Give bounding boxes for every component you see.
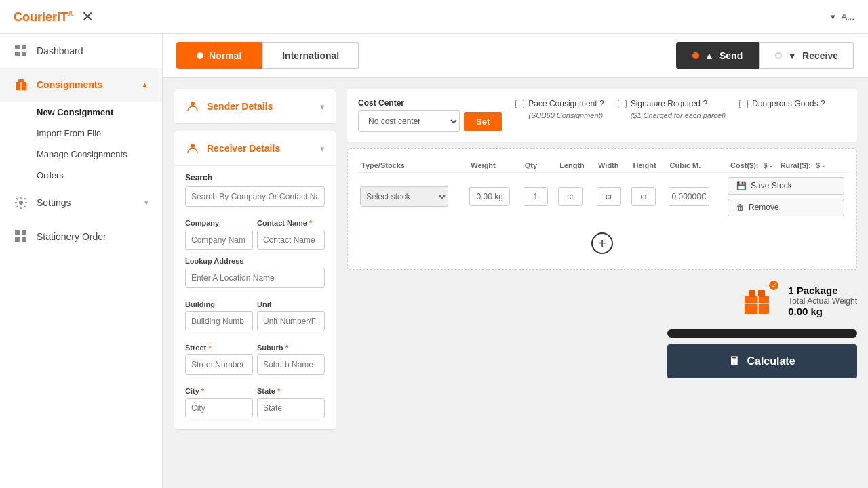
arrow-down-icon: ▼ — [787, 50, 797, 61]
save-icon: 💾 — [736, 181, 747, 190]
street-suburb-row: Street * Suburb * — [185, 337, 325, 375]
company-label: Company — [185, 219, 253, 227]
add-row-button[interactable]: + — [591, 232, 613, 254]
stationery-icon — [14, 229, 28, 244]
sidebar-item-manage-consignments[interactable]: Manage Consignments — [37, 144, 162, 165]
sidebar-item-consignments[interactable]: Consignments ▲ — [0, 68, 162, 102]
city-input[interactable] — [185, 398, 253, 418]
topbar: CourierIT® ✕ ▾ A... — [0, 0, 868, 34]
pace-label-group: Pace Consignment ? (SUB60 Consignment) — [528, 98, 604, 121]
weight-input[interactable] — [469, 187, 510, 206]
pace-label: Pace Consignment ? — [528, 99, 604, 108]
send-button[interactable]: ▲ Send — [676, 42, 759, 69]
company-input[interactable] — [185, 230, 253, 250]
calculate-button[interactable]: 🖩 Calculate — [667, 344, 857, 378]
signature-note: ($1 Charged for each parcel) — [631, 111, 726, 119]
receiver-icon — [185, 141, 200, 156]
sidebar-item-orders[interactable]: Orders — [37, 165, 162, 186]
search-input[interactable] — [185, 186, 325, 207]
radio-dot-receive — [775, 52, 782, 59]
topbar-right: ▾ A... — [831, 12, 854, 22]
signature-label: Signature Required ? — [631, 99, 707, 108]
sender-details-header[interactable]: Sender Details ▾ — [174, 89, 336, 123]
weight-label: Total Actual Weight — [788, 296, 857, 306]
grid-icon — [14, 43, 28, 58]
action-buttons: ▲ Send ▼ Receive — [676, 42, 854, 69]
suburb-input[interactable] — [257, 354, 325, 375]
sender-header-left: Sender Details — [185, 99, 273, 114]
street-label: Street * — [185, 344, 253, 352]
stationery-label: Stationery Order — [37, 231, 106, 242]
sidebar-item-import-from-file[interactable]: Import From File — [37, 123, 162, 144]
progress-bar — [667, 329, 857, 338]
lookup-input[interactable] — [185, 268, 325, 288]
receiver-details-section: Receiver Details ▾ Search Company — [174, 131, 336, 430]
cost-center-row: Cost Center No cost center Set Pace Cons… — [347, 89, 857, 142]
receive-button[interactable]: ▼ Receive — [759, 42, 854, 69]
dangerous-checkbox[interactable] — [739, 100, 748, 108]
length-cell — [555, 173, 594, 221]
stock-actions-cell: 💾 Save Stock 🗑 Remove — [719, 173, 847, 221]
main-layout: Dashboard Consignments ▲ New Consignment… — [0, 34, 868, 488]
receiver-details-header[interactable]: Receiver Details ▾ — [174, 131, 336, 165]
right-panel: Cost Center No cost center Set Pace Cons… — [347, 89, 857, 477]
receiver-chevron-icon: ▾ — [320, 144, 325, 154]
left-panel: Sender Details ▾ Receiver Details — [174, 89, 336, 477]
unit-input[interactable] — [257, 311, 325, 331]
search-section: Search — [185, 173, 325, 212]
col-cubic: Cubic M. — [666, 159, 719, 173]
cubic-input[interactable] — [669, 187, 709, 206]
sidebar-item-new-consignment[interactable]: New Consignment — [37, 102, 162, 123]
street-input[interactable] — [185, 354, 253, 375]
packages-count: 1 Package — [788, 285, 857, 296]
save-stock-button[interactable]: 💾 Save Stock — [728, 177, 844, 195]
tab-normal[interactable]: Normal — [176, 42, 262, 69]
col-length: Length — [555, 159, 594, 173]
contact-input[interactable] — [257, 230, 325, 250]
pace-checkbox[interactable] — [515, 100, 524, 108]
col-cost-rural: Cost($): $ - Rural($): $ - — [719, 159, 847, 173]
signature-checkbox[interactable] — [618, 100, 627, 108]
col-width: Width — [594, 159, 629, 173]
height-input[interactable] — [631, 187, 656, 206]
building-input[interactable] — [185, 311, 253, 331]
sender-chevron-icon: ▾ — [320, 102, 325, 112]
check-badge: ✓ — [768, 279, 780, 291]
contact-label: Contact Name * — [257, 219, 325, 227]
qty-input[interactable] — [524, 187, 548, 206]
set-button[interactable]: Set — [464, 112, 502, 131]
rural-value: $ - — [816, 161, 825, 169]
close-button[interactable]: ✕ — [81, 8, 94, 26]
package-summary-row: ✓ 1 Package Total Actual Weight 0.00 kg — [738, 281, 857, 321]
unit-label: Unit — [257, 300, 325, 308]
dangerous-label: Dangerous Goods ? — [752, 98, 825, 110]
svg-rect-3 — [22, 52, 26, 56]
street-col: Street * — [185, 337, 253, 375]
cost-center-select[interactable]: No cost center — [358, 110, 460, 132]
length-input[interactable] — [558, 187, 583, 206]
col-type: Type/Stocks — [357, 159, 467, 173]
box-icon — [14, 77, 28, 92]
col-weight: Weight — [467, 159, 520, 173]
gear-icon — [14, 195, 28, 210]
receiver-header-left: Receiver Details — [185, 141, 280, 156]
sidebar-item-stationery[interactable]: Stationery Order — [0, 220, 162, 253]
sidebar-item-settings[interactable]: Settings ▾ — [0, 186, 162, 220]
tab-international[interactable]: International — [262, 42, 359, 69]
svg-rect-0 — [15, 45, 20, 49]
app-logo: CourierIT® — [14, 9, 73, 24]
pace-note: (SUB60 Consignment) — [528, 111, 603, 119]
bottom-summary: ✓ 1 Package Total Actual Weight 0.00 kg … — [347, 281, 857, 378]
stock-actions: 💾 Save Stock 🗑 Remove — [728, 177, 844, 216]
width-input[interactable] — [597, 187, 621, 206]
state-input[interactable] — [257, 398, 325, 418]
chevron-down-icon: ▾ — [144, 199, 149, 207]
sidebar-item-dashboard[interactable]: Dashboard — [0, 34, 162, 68]
weight-value: 0.00 kg — [788, 306, 857, 317]
sender-details-title: Sender Details — [207, 101, 273, 112]
contact-col: Contact Name * — [257, 212, 325, 250]
receiver-details-title: Receiver Details — [207, 143, 280, 154]
remove-button[interactable]: 🗑 Remove — [728, 199, 844, 216]
building-col: Building — [185, 293, 253, 331]
stock-type-select[interactable]: Select stock — [360, 186, 448, 207]
